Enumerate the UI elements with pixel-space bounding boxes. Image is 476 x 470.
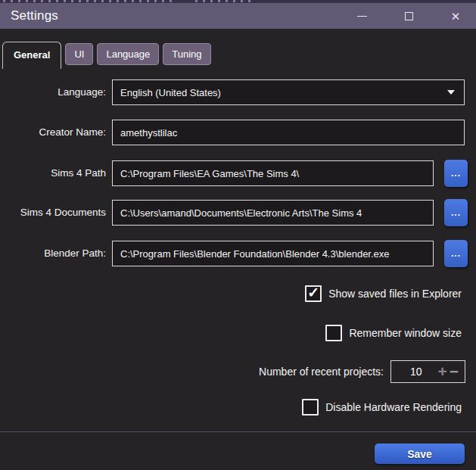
remember-window-size-label: Remember window size: [349, 327, 462, 339]
show-saved-files-checkbox-row[interactable]: ✓ Show saved files in Explorer: [305, 285, 462, 302]
remember-window-size-checkbox-row[interactable]: ✓ Remember window size: [325, 325, 462, 341]
minimize-button[interactable]: [345, 3, 378, 29]
window-controls: ✕: [345, 3, 472, 29]
creator-name-label: Creator Name:: [0, 120, 106, 145]
tab-ui[interactable]: UI: [65, 43, 93, 65]
tab-general[interactable]: General: [2, 42, 61, 69]
blender-path-label: Blender Path:: [0, 241, 106, 266]
blender-path-browse-button[interactable]: ...: [444, 240, 468, 267]
sims4-documents-input[interactable]: [112, 200, 434, 226]
blender-path-input[interactable]: [112, 241, 434, 266]
language-select[interactable]: English (United States): [112, 79, 465, 105]
maximize-button[interactable]: [392, 3, 425, 29]
check-icon: ✓: [307, 284, 319, 301]
creator-name-input[interactable]: [112, 120, 465, 145]
show-saved-files-checkbox[interactable]: ✓: [305, 285, 322, 302]
sims4-path-browse-button[interactable]: ...: [444, 160, 468, 187]
titlebar: Settings ✕: [0, 3, 476, 29]
sims4-path-input[interactable]: [112, 160, 434, 186]
settings-window: Settings ✕ General UI Language Tuning La…: [0, 0, 476, 470]
footer-divider: [0, 431, 476, 432]
recent-projects-row: Number of recent projects: 10 + −: [259, 360, 465, 383]
background-text-remnant: [195, 0, 256, 2]
decrement-icon[interactable]: −: [450, 362, 459, 381]
disable-hw-rendering-checkbox[interactable]: ✓: [302, 399, 319, 416]
language-selected-value: English (United States): [120, 87, 447, 98]
recent-projects-stepper[interactable]: 10 + −: [390, 360, 465, 383]
tab-tuning[interactable]: Tuning: [163, 43, 210, 65]
dropdown-arrow-icon: [447, 90, 455, 95]
recent-projects-value[interactable]: 10: [397, 366, 434, 378]
minimize-icon: [357, 16, 367, 17]
sims4-documents-label: Sims 4 Documents: [0, 200, 106, 226]
close-button[interactable]: ✕: [439, 3, 472, 29]
sims4-documents-browse-button[interactable]: ...: [444, 199, 468, 226]
close-icon: ✕: [451, 11, 461, 22]
disable-hw-rendering-checkbox-row[interactable]: ✓ Disable Hardware Rendering: [302, 399, 462, 416]
background-text-remnant: [3, 0, 173, 2]
tab-bar: General UI Language Tuning: [2, 42, 211, 69]
remember-window-size-checkbox[interactable]: ✓: [325, 325, 342, 341]
tab-language[interactable]: Language: [97, 43, 159, 65]
language-label: Language:: [0, 79, 106, 105]
save-button[interactable]: Save: [375, 444, 465, 464]
show-saved-files-label: Show saved files in Explorer: [328, 288, 462, 300]
sims4-path-label: Sims 4 Path: [0, 160, 106, 186]
maximize-icon: [405, 12, 413, 20]
recent-projects-label: Number of recent projects:: [259, 366, 384, 378]
disable-hw-rendering-label: Disable Hardware Rendering: [325, 401, 462, 413]
window-title: Settings: [11, 3, 58, 29]
increment-icon[interactable]: +: [437, 362, 446, 381]
